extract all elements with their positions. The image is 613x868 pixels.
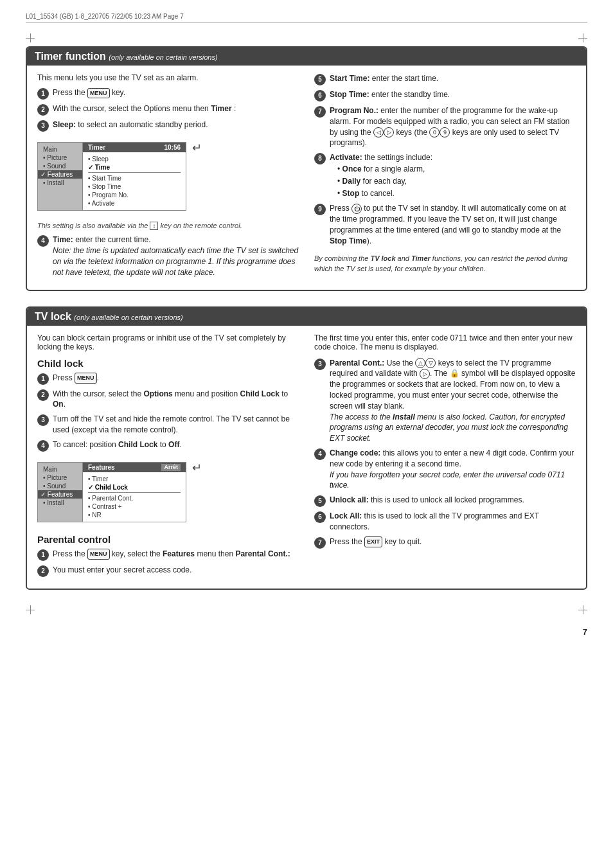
tvlock-step-4-num: 4 xyxy=(314,448,326,460)
child-lock-menu-box: Main • Picture • Sound ✓ Features • Inst… xyxy=(37,462,186,522)
exit-icon: EXIT xyxy=(364,536,382,547)
child-lock-step-2: 2 With the cursor, select the Options me… xyxy=(37,389,299,411)
menu-item-sound: • Sound xyxy=(43,162,77,170)
timer-step-1-content: Press the MENU key. xyxy=(53,87,299,98)
timer-step-8-num: 8 xyxy=(314,153,326,164)
cl-menu-features-active: ✓ Features xyxy=(38,490,82,499)
cl-menu-timer: • Timer xyxy=(88,475,181,483)
parental-step-1: 1 Press the MENU key, select the Feature… xyxy=(37,549,299,561)
parental-step-2-num: 2 xyxy=(37,565,49,577)
right-arrow-icon: ▷ xyxy=(384,127,394,137)
timer-step-9: 9 Press ⏻ to put the TV set in standby. … xyxy=(314,203,576,246)
timer-menu-starttime: • Start Time xyxy=(88,174,181,182)
tvlock-section-content: You can block certain programs or inhibi… xyxy=(27,326,586,589)
timer-step-4-content: Time: enter the current time. Note: the … xyxy=(53,235,299,278)
cl-menu-contrast: • Contrast + xyxy=(88,502,181,511)
timer-activate-stop: Stop to cancel. xyxy=(337,188,576,200)
timer-menu-time: 10:56 xyxy=(164,144,181,151)
tvlock-step-7: 7 Press the EXIT key to quit. xyxy=(314,536,576,549)
child-lock-menu-items: • Timer ✓ Child Lock • Parental Cont. • … xyxy=(83,472,186,522)
cl-menu-header-title: Features xyxy=(88,464,115,471)
timer-step-3-num: 3 xyxy=(37,120,49,132)
cl-menu-parentalcont: • Parental Cont. xyxy=(88,494,181,502)
menu-icon-1: MENU xyxy=(87,88,110,99)
timer-menu-right-header: Timer 10:56 xyxy=(83,143,186,152)
menu-item-features-active: ✓ Features xyxy=(38,170,82,179)
tvlock-step-7-num: 7 xyxy=(314,537,326,549)
tvlock-step-3: 3 Parental Cont.: Use the △▽ keys to sel… xyxy=(314,358,576,444)
tvlock-step-5: 5 Unlock all: this is used to unlock all… xyxy=(314,495,576,507)
child-lock-step-1: 1 Press MENU. xyxy=(37,373,299,385)
timer-step-6-num: 6 xyxy=(314,90,326,102)
nine-key-icon: 9 xyxy=(440,127,450,137)
timer-menu-right-title: Timer xyxy=(88,144,105,151)
timer-step-2-content: With the cursor, select the Options menu… xyxy=(53,103,299,114)
tvlock-step-6: 6 Lock All: this is used to lock all the… xyxy=(314,511,576,533)
timer-activate-daily: Daily for each day, xyxy=(337,175,576,188)
tvlock-section: TV lock (only available on certain versi… xyxy=(26,306,587,590)
tvlock-step-3-italic: The access to the Install menu is also l… xyxy=(330,412,568,443)
menu-item-picture: • Picture xyxy=(43,154,77,162)
timer-step-2: 2 With the cursor, select the Options me… xyxy=(37,103,299,116)
child-lock-step-4-content: To cancel: position Child Lock to Off. xyxy=(53,439,299,450)
tvlock-intro: You can block certain programs or inhibi… xyxy=(37,333,299,351)
menu-item-install: • Install xyxy=(43,179,77,187)
child-lock-step-3: 3 Turn off the TV set and hide the remot… xyxy=(37,414,299,436)
timer-step-8-content: Activate: the settings include: Once for… xyxy=(330,152,576,199)
timer-menu-mockup: Main • Picture • Sound ✓ Features • Inst… xyxy=(37,137,299,216)
timer-step-3: 3 Sleep: to select an automatic standby … xyxy=(37,120,299,132)
tvlock-section-title: TV lock (only available on certain versi… xyxy=(27,308,586,326)
crosshair-bottom-row xyxy=(26,605,587,614)
menu-item-main: Main xyxy=(43,145,77,154)
tvlock-right-intro: The first time you enter this, enter cod… xyxy=(314,333,576,351)
timer-menu-left: Main • Picture • Sound ✓ Features • Inst… xyxy=(38,143,83,210)
timer-menu-programno: • Program No. xyxy=(88,191,181,199)
timer-col-left: This menu lets you use the TV set as an … xyxy=(37,73,299,282)
timer-step-4-bold: Time: xyxy=(53,235,73,244)
parental-step-2: 2 You must enter your secret access code… xyxy=(37,565,299,577)
child-lock-step-2-content: With the cursor, select the Options menu… xyxy=(53,389,299,411)
timer-section-content: This menu lets you use the TV set as an … xyxy=(27,66,586,290)
timer-step-5: 5 Start Time: enter the start time. xyxy=(314,73,576,85)
timer-step-7-content: Program No.: enter the number of the pro… xyxy=(330,105,576,148)
timer-italic-note: This setting is also available via the ↕… xyxy=(37,221,299,231)
child-lock-step-1-content: Press MENU. xyxy=(53,373,299,384)
timer-menu-time-item: ✓ Time xyxy=(88,163,181,173)
timer-step-8: 8 Activate: the settings include: Once f… xyxy=(314,152,576,199)
parental-step-1-num: 1 xyxy=(37,549,49,561)
ok-icon: ▷ xyxy=(420,369,430,379)
timer-menu-sleep: • Sleep xyxy=(88,155,181,163)
timer-col-right: 5 Start Time: enter the start time. 6 St… xyxy=(314,73,576,282)
child-lock-step-1-num: 1 xyxy=(37,373,49,385)
timer-menu-right-items: • Sleep ✓ Time • Start Time • Stop Time … xyxy=(83,152,186,210)
crosshair-top-right xyxy=(578,33,587,42)
doc-header-text: L01_15534 (GB) 1-8_220705 7/22/05 10:23 … xyxy=(26,13,184,20)
timer-title-text: Timer function xyxy=(35,51,106,62)
menu-icon-child-1: MENU xyxy=(75,373,97,384)
left-arrow-icon: ◁ xyxy=(373,127,384,137)
crosshair-bottom-left xyxy=(26,605,35,614)
timer-menu-right: Timer 10:56 • Sleep ✓ Time • Start Time … xyxy=(83,143,186,210)
timer-step-6: 6 Stop Time: enter the standby time. xyxy=(314,89,576,102)
tvlock-col-right: The first time you enter this, enter cod… xyxy=(314,333,576,581)
child-lock-step-3-content: Turn off the TV set and hide the remote … xyxy=(53,414,299,436)
tvlock-col-left: You can block certain programs or inhibi… xyxy=(37,333,299,581)
parental-step-1-content: Press the MENU key, select the Features … xyxy=(53,549,299,560)
tvlock-step-6-num: 6 xyxy=(314,511,326,523)
tvlock-step-5-content: Unlock all: this is used to unlock all l… xyxy=(330,495,576,506)
cl-menu-childlock: ✓ Child Lock xyxy=(88,483,181,493)
timer-combine-note: By combining the TV lock and Timer funct… xyxy=(314,253,576,274)
tvlock-title-text: TV lock xyxy=(35,311,71,322)
crosshair-top-row xyxy=(26,33,587,42)
tvlock-step-4-content: Change code: this allows you to enter a … xyxy=(330,448,576,491)
timer-step-1-key: key. xyxy=(112,88,125,97)
timer-step-2-num: 2 xyxy=(37,104,49,116)
child-lock-step-2-num: 2 xyxy=(37,389,49,401)
page-number: 7 xyxy=(26,627,587,637)
crosshair-bottom-right xyxy=(578,605,587,614)
timer-activate-list: Once for a single alarm, Daily for each … xyxy=(337,163,576,199)
timer-step-3-bold: Sleep: xyxy=(53,120,76,129)
timer-menu-activate: • Activate xyxy=(88,199,181,208)
timer-step-4-note: Note: the time is updated automatically … xyxy=(53,246,298,277)
timer-step-7-num: 7 xyxy=(314,106,326,118)
